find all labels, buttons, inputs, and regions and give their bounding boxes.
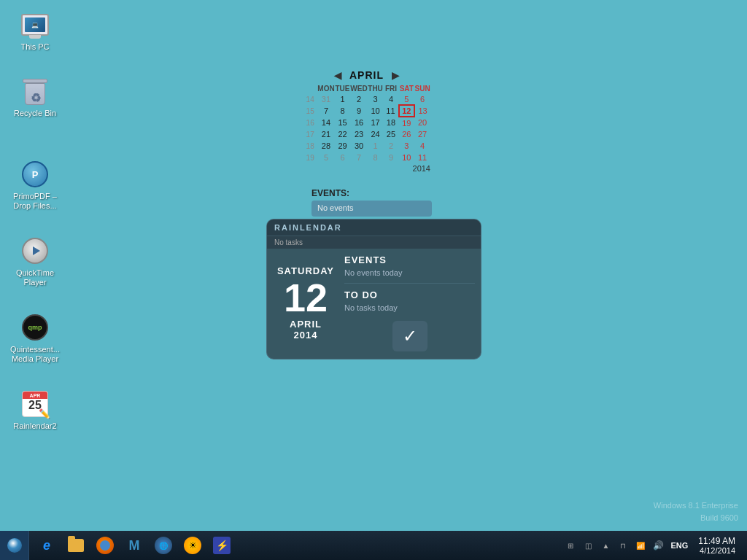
desktop-icon-quicktime[interactable]: QuickTimePlayer	[6, 233, 64, 290]
cal-header-wed: WED	[350, 84, 367, 93]
cal-today[interactable]: 12	[399, 105, 415, 117]
cal-day[interactable]: 11	[414, 152, 430, 163]
desktop: 💻 This PC ♻ Recycle Bin P PrimoPDF –Drop…	[0, 0, 747, 560]
cal-prev-button[interactable]: ◀	[332, 70, 344, 81]
tray-lang[interactable]: ENG	[667, 541, 691, 550]
tray-icon-2[interactable]: ◫	[580, 537, 596, 553]
app-m-icon: M	[129, 538, 140, 553]
week-num: 17	[303, 128, 317, 140]
tray-icon-5[interactable]: 📶	[632, 537, 649, 553]
week-num: 15	[303, 105, 317, 117]
system-tray: ⊞ ◫ ▲ ⊓ 📶 🔊 ENG 11:49 AM 4/12/2014	[562, 531, 747, 560]
table-row: 19 5 6 7 8 9 10 11	[303, 152, 430, 163]
taskbar-icon-lightning[interactable]: ⚡	[207, 531, 236, 560]
qmp-icon: qmp	[20, 313, 50, 342]
calendar-widget: ◀ APRIL ▶ MON TUE WED THU FRI SAT SUN	[303, 69, 430, 173]
cal-day[interactable]: 5	[399, 93, 415, 105]
desktop-icon-rainlendar2[interactable]: APR 25 ✏️ Rainlendar2	[6, 386, 64, 434]
tray-icon-5-symbol: 📶	[636, 542, 645, 550]
taskbar-items: e M 🌐	[29, 531, 562, 560]
recycle-bin-label: Recycle Bin	[14, 109, 56, 118]
desktop-icon-qmp[interactable]: qmp Quintessent...Media Player	[6, 310, 64, 367]
taskbar-icon-ie[interactable]: e	[32, 531, 61, 560]
cal-month-title: APRIL	[349, 69, 384, 81]
cal-day[interactable]: 8	[335, 105, 351, 117]
cal-day[interactable]: 10	[399, 152, 415, 163]
rainlendar2-label: Rainlendar2	[13, 421, 56, 431]
tray-icon-1[interactable]: ⊞	[562, 537, 578, 553]
taskbar-icon-app-globe[interactable]: 🌐	[149, 531, 178, 560]
rainlendar-check-button[interactable]: ✓	[392, 321, 427, 351]
cal-day[interactable]: 25	[383, 128, 398, 140]
cal-day[interactable]: 4	[414, 140, 430, 152]
cal-day[interactable]: 21	[317, 128, 334, 140]
cal-day[interactable]: 4	[383, 93, 398, 105]
clock-time: 11:49 AM	[698, 536, 735, 546]
cal-day[interactable]: 23	[350, 128, 367, 140]
clock-area[interactable]: 11:49 AM 4/12/2014	[692, 531, 741, 560]
os-build: Build 9600	[654, 512, 738, 525]
taskbar: e M 🌐	[0, 531, 747, 560]
checkmark-icon: ✓	[403, 326, 417, 346]
table-row: 18 28 29 30 1 2 3 4	[303, 140, 430, 152]
cal-day[interactable]: 18	[383, 117, 398, 128]
cal-day[interactable]: 2	[383, 140, 398, 152]
table-row: 14 31 1 2 3 4 5 6	[303, 93, 430, 105]
desktop-icon-primo-pdf[interactable]: P PrimoPDF –Drop Files...	[6, 157, 64, 214]
cal-day[interactable]: 30	[350, 140, 367, 152]
taskbar-icon-folder[interactable]	[61, 531, 90, 560]
cal-day[interactable]: 29	[335, 140, 351, 152]
cal-day[interactable]: 15	[335, 117, 351, 128]
cal-day[interactable]: 10	[368, 105, 384, 117]
taskbar-icon-app-sun[interactable]: ☀	[178, 531, 207, 560]
cal-day[interactable]: 3	[368, 93, 384, 105]
desktop-icon-this-pc[interactable]: 💻 This PC	[6, 7, 64, 55]
cal-day[interactable]: 5	[317, 152, 334, 163]
week-num: 16	[303, 117, 317, 128]
cal-day[interactable]: 2	[350, 93, 367, 105]
tray-icon-3[interactable]: ▲	[597, 537, 614, 553]
cal-day[interactable]: 9	[350, 105, 367, 117]
cal-day[interactable]: 20	[414, 117, 430, 128]
cal-day[interactable]: 28	[317, 140, 334, 152]
start-button[interactable]	[0, 531, 29, 560]
cal-day[interactable]: 6	[335, 152, 351, 163]
cal-day[interactable]: 8	[368, 152, 384, 163]
cal-day[interactable]: 14	[317, 117, 334, 128]
cal-day[interactable]: 6	[414, 93, 430, 105]
cal-day[interactable]: 1	[368, 140, 384, 152]
cal-day[interactable]: 19	[399, 117, 415, 128]
quicktime-icon	[20, 236, 50, 265]
rainlendar-todo-title: TO DO	[344, 289, 475, 300]
week-num: 18	[303, 140, 317, 152]
cal-day[interactable]: 24	[368, 128, 384, 140]
cal-day[interactable]: 3	[399, 140, 415, 152]
this-pc-icon: 💻	[20, 10, 50, 39]
cal-day[interactable]: 31	[317, 93, 334, 105]
cal-header-tue: TUE	[335, 84, 351, 93]
taskbar-icon-app-m[interactable]: M	[120, 531, 149, 560]
tray-icon-4[interactable]: ⊓	[615, 537, 631, 553]
cal-day[interactable]: 27	[414, 128, 430, 140]
events-content: No events	[311, 201, 432, 217]
week-num: 19	[303, 152, 317, 163]
cal-header-sat: SAT	[399, 84, 415, 93]
cal-day[interactable]: 13	[414, 105, 430, 117]
table-row: 16 14 15 16 17 18 19 20	[303, 117, 430, 128]
tray-icon-volume[interactable]: 🔊	[650, 537, 666, 553]
cal-day[interactable]: 7	[317, 105, 334, 117]
cal-next-button[interactable]: ▶	[390, 70, 401, 81]
cal-day[interactable]: 22	[335, 128, 351, 140]
cal-day[interactable]: 1	[335, 93, 351, 105]
cal-day[interactable]: 16	[350, 117, 367, 128]
cal-day[interactable]: 7	[350, 152, 367, 163]
rainlendar-events-text: No events today	[344, 268, 475, 277]
rainlendar-month: APRIL	[290, 319, 322, 330]
cal-day[interactable]: 9	[383, 152, 398, 163]
taskbar-icon-firefox[interactable]	[90, 531, 120, 560]
desktop-icon-recycle-bin[interactable]: ♻ Recycle Bin	[6, 74, 64, 121]
cal-day[interactable]: 26	[399, 128, 415, 140]
cal-day[interactable]: 17	[368, 117, 384, 128]
tray-icon-2-symbol: ◫	[585, 542, 592, 550]
cal-day[interactable]: 11	[383, 105, 398, 117]
